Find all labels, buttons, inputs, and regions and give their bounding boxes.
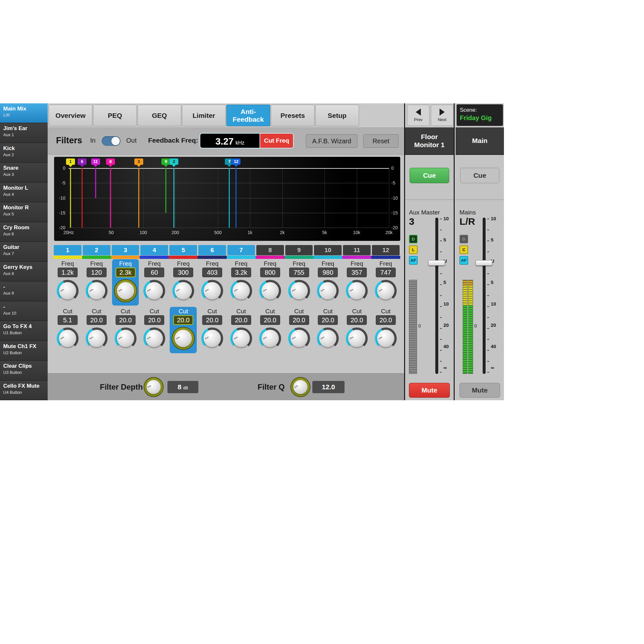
page-tab[interactable]: Presets bbox=[271, 105, 315, 126]
sidebar-channel-item[interactable]: - Aux 10 bbox=[0, 301, 48, 321]
sidebar-channel-item[interactable]: Gerry Keys Aux 8 bbox=[0, 262, 48, 281]
cut-knob[interactable] bbox=[115, 327, 137, 349]
sidebar-channel-item[interactable]: Kick Aux 2 bbox=[0, 143, 48, 163]
filter-tab[interactable]: 7 bbox=[227, 245, 255, 255]
sidebar-channel-item[interactable]: Jim's Ear Aux 1 bbox=[0, 123, 48, 143]
fader-scale-label: 20 bbox=[491, 323, 496, 327]
channel-sub-label: Aux 1 bbox=[3, 132, 46, 137]
sidebar-channel-item[interactable]: Snare Aux 3 bbox=[0, 163, 48, 182]
next-button[interactable]: Next bbox=[431, 105, 453, 126]
filter-tab[interactable]: 2 bbox=[83, 245, 110, 255]
cut-knob[interactable] bbox=[230, 327, 252, 349]
page-tab[interactable]: Overview bbox=[49, 105, 92, 126]
filter-tab[interactable]: 9 bbox=[285, 245, 313, 255]
freq-knob[interactable] bbox=[115, 280, 137, 302]
anti-feedback-graph: 1 6 11 bbox=[54, 157, 400, 241]
sidebar-channel-item[interactable]: Cello FX Mute U4 Button bbox=[0, 381, 48, 400]
sidebar-channel-item[interactable]: Go To FX 4 U1 Button bbox=[0, 321, 48, 341]
cut-label: Cut bbox=[265, 308, 275, 315]
filter-cut-section: Cut 20.0 bbox=[343, 307, 370, 353]
aux-fader-handle[interactable] bbox=[428, 260, 445, 266]
freq-knob[interactable] bbox=[86, 280, 108, 302]
flag-chip[interactable]: AF bbox=[409, 256, 418, 265]
filter-q-label: Filter Q bbox=[258, 383, 285, 392]
page-tab[interactable]: Anti- Feedback bbox=[226, 105, 270, 126]
freq-knob[interactable] bbox=[288, 280, 310, 302]
filter-cut-section: Cut 20.0 bbox=[372, 307, 399, 353]
filter-tab[interactable]: 5 bbox=[169, 245, 197, 255]
cut-knob[interactable] bbox=[86, 327, 108, 349]
afb-wizard-button[interactable]: A.F.B. Wizard bbox=[306, 134, 357, 148]
filter-tab[interactable]: 1 bbox=[54, 245, 81, 255]
fader-scale-label: ∞ bbox=[443, 365, 449, 370]
freq-knob[interactable] bbox=[143, 280, 165, 302]
cut-knob[interactable] bbox=[57, 327, 79, 349]
page-tab[interactable]: Setup bbox=[315, 105, 359, 126]
sidebar-channel-item[interactable]: Monitor R Aux 5 bbox=[0, 202, 48, 222]
sidebar-channel-item[interactable]: - Aux 9 bbox=[0, 281, 48, 301]
flag-chip[interactable]: L bbox=[409, 245, 418, 254]
filter-notch-line bbox=[229, 168, 230, 228]
cut-knob[interactable] bbox=[346, 327, 368, 349]
channel-name: Main Mix bbox=[3, 106, 46, 112]
cut-label: Cut bbox=[352, 308, 362, 315]
filter-tab-column: 11 bbox=[342, 245, 371, 259]
channel-name: Cello FX Mute bbox=[3, 383, 46, 389]
sidebar-channel-item[interactable]: Mute Ch1 FX U2 Button bbox=[0, 341, 48, 361]
cut-knob[interactable] bbox=[143, 327, 165, 349]
page-tab[interactable]: Limiter bbox=[182, 105, 226, 126]
knob-pointer bbox=[234, 289, 238, 292]
flag-chip[interactable]: D bbox=[459, 235, 468, 243]
main-mute-button[interactable]: Mute bbox=[459, 383, 500, 398]
filter-tab[interactable]: 3 bbox=[112, 245, 139, 255]
freq-knob[interactable] bbox=[259, 280, 281, 302]
flag-chip[interactable]: D bbox=[409, 235, 418, 243]
filter-tab[interactable]: 12 bbox=[372, 245, 400, 255]
flag-chip[interactable]: C bbox=[459, 245, 468, 254]
cut-knob[interactable] bbox=[201, 327, 223, 349]
freq-knob[interactable] bbox=[375, 280, 397, 302]
reset-button[interactable]: Reset bbox=[363, 134, 399, 148]
filter-strip: Freq 357 Cut 20.0 bbox=[342, 259, 371, 356]
aux-fader-track[interactable] bbox=[435, 218, 438, 374]
sidebar-channel-item[interactable]: Cry Room Aux 6 bbox=[0, 222, 48, 242]
sidebar-channel-item[interactable]: Monitor L Aux 4 bbox=[0, 183, 48, 202]
fader-tick-marks bbox=[487, 219, 489, 373]
aux-cue-button[interactable]: Cue bbox=[410, 168, 449, 183]
x-axis-tick: 20k bbox=[385, 230, 393, 235]
aux-mute-button[interactable]: Mute bbox=[409, 383, 450, 398]
freq-knob[interactable] bbox=[230, 280, 252, 302]
filters-in-out-toggle[interactable] bbox=[102, 136, 120, 146]
freq-knob[interactable] bbox=[317, 280, 339, 302]
freq-knob[interactable] bbox=[346, 280, 368, 302]
page-tab[interactable]: PEQ bbox=[93, 105, 137, 126]
flag-chip[interactable]: AF bbox=[459, 256, 468, 265]
sidebar-channel-item[interactable]: Main Mix L/R bbox=[0, 103, 48, 123]
cut-knob[interactable] bbox=[288, 327, 310, 349]
filter-tab[interactable]: 6 bbox=[198, 245, 226, 255]
filter-tab[interactable]: 11 bbox=[343, 245, 371, 255]
freq-label: Freq bbox=[90, 260, 103, 268]
main-fader-handle[interactable] bbox=[476, 260, 492, 266]
cut-knob[interactable] bbox=[375, 327, 397, 349]
sidebar-channel-item[interactable]: Guitar Aux 7 bbox=[0, 242, 48, 261]
knob-pointer bbox=[205, 289, 209, 292]
filter-tab[interactable]: 4 bbox=[140, 245, 168, 255]
cut-knob[interactable] bbox=[172, 327, 194, 349]
sidebar-channel-item[interactable]: Clear Clips U3 Button bbox=[0, 361, 48, 380]
filter-tab[interactable]: 8 bbox=[256, 245, 284, 255]
filter-tab[interactable]: 10 bbox=[314, 245, 342, 255]
freq-knob[interactable] bbox=[57, 280, 79, 302]
filter-depth-knob[interactable] bbox=[144, 378, 163, 396]
cut-knob[interactable] bbox=[317, 327, 339, 349]
main-fader-track[interactable] bbox=[483, 218, 486, 374]
main-cue-button[interactable]: Cue bbox=[460, 168, 499, 183]
cut-knob[interactable] bbox=[259, 327, 281, 349]
page-tab[interactable]: GEQ bbox=[137, 105, 181, 126]
freq-knob[interactable] bbox=[172, 280, 194, 302]
cut-freq-button[interactable]: Cut Freq bbox=[260, 134, 293, 148]
freq-knob[interactable] bbox=[201, 280, 223, 302]
prev-button[interactable]: Prev bbox=[407, 105, 430, 126]
filter-q-knob[interactable] bbox=[291, 378, 310, 396]
knob-pointer bbox=[89, 289, 93, 292]
